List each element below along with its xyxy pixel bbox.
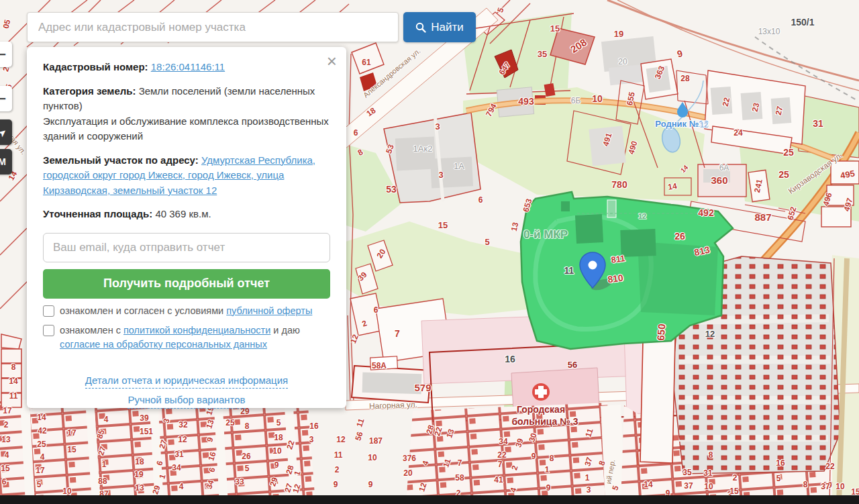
personal-data-consent-link[interactable]: согласие на обработку персональных данны… bbox=[60, 338, 300, 352]
cadastral-number-link[interactable]: 18:26:041146:11 bbox=[151, 61, 225, 72]
map-measure-button[interactable]: М bbox=[0, 149, 12, 174]
privacy-checkbox-row: ознакомлен с политикой конфиденциальност… bbox=[43, 323, 330, 352]
search-bar: Найти bbox=[27, 12, 476, 42]
offer-checkbox-row: ознакомлен и согласен с условиями публич… bbox=[43, 304, 330, 318]
offer-text: ознакомлен и согласен с условиями bbox=[60, 305, 223, 316]
search-button-label: Найти bbox=[431, 21, 464, 34]
address-label: Земельный участок по адресу: bbox=[43, 154, 199, 166]
minus-icon: − bbox=[0, 47, 6, 62]
search-input[interactable] bbox=[27, 12, 399, 42]
category-block: Категория земель: Земли поселений (земли… bbox=[43, 84, 330, 144]
arrow-icon: ➤ bbox=[0, 126, 8, 139]
search-icon bbox=[415, 22, 426, 33]
map-zoom-out-button-2[interactable]: − bbox=[0, 86, 12, 111]
map-pan-button[interactable]: ➤ bbox=[0, 119, 12, 145]
offer-checkbox-text: ознакомлен и согласен с условиями публич… bbox=[60, 304, 312, 318]
map-zoom-out-button-1[interactable]: − bbox=[0, 42, 12, 67]
close-icon[interactable]: × bbox=[327, 52, 337, 70]
measure-icon: М bbox=[0, 156, 6, 167]
privacy-text-mid: и даю bbox=[273, 325, 300, 336]
panel-footer-links: Детали отчета и юридическая информация Р… bbox=[43, 369, 330, 409]
minus-icon: − bbox=[0, 91, 6, 107]
bottom-taskbar bbox=[0, 495, 859, 504]
area-value: 40 369 кв.м. bbox=[155, 208, 211, 219]
manual-selection-link[interactable]: Ручной выбор вариантов bbox=[128, 393, 245, 409]
search-button[interactable]: Найти bbox=[403, 12, 476, 42]
category-label: Категория земель: bbox=[43, 85, 136, 97]
privacy-text-pre: ознакомлен с bbox=[60, 325, 121, 336]
address-block: Земельный участок по адресу: Удмуртская … bbox=[43, 153, 330, 199]
email-field[interactable] bbox=[43, 233, 330, 262]
privacy-policy-link[interactable]: политикой конфиденциальности bbox=[123, 325, 270, 336]
privacy-checkbox[interactable] bbox=[43, 325, 54, 336]
offer-checkbox[interactable] bbox=[43, 305, 54, 317]
usage-text: Эксплуатация и обслуживание комплекса пр… bbox=[43, 114, 330, 144]
industrial-block bbox=[384, 113, 481, 203]
area-label: Уточненная площадь: bbox=[43, 208, 152, 219]
privacy-checkbox-text: ознакомлен с политикой конфиденциальност… bbox=[60, 323, 300, 352]
cadastral-number-label: Кадастровый номер: bbox=[43, 61, 148, 72]
area-row: Уточненная площадь: 40 369 кв.м. bbox=[43, 207, 330, 222]
get-report-button[interactable]: Получить подробный отчет bbox=[43, 269, 330, 299]
public-offer-link[interactable]: публичной оферты bbox=[226, 305, 312, 316]
report-details-link[interactable]: Детали отчета и юридическая информация bbox=[85, 373, 288, 389]
cadastral-number-row: Кадастровый номер: 18:26:041146:11 bbox=[43, 60, 330, 75]
parcel-info-panel: × Кадастровый номер: 18:26:041146:11 Кат… bbox=[27, 47, 346, 408]
